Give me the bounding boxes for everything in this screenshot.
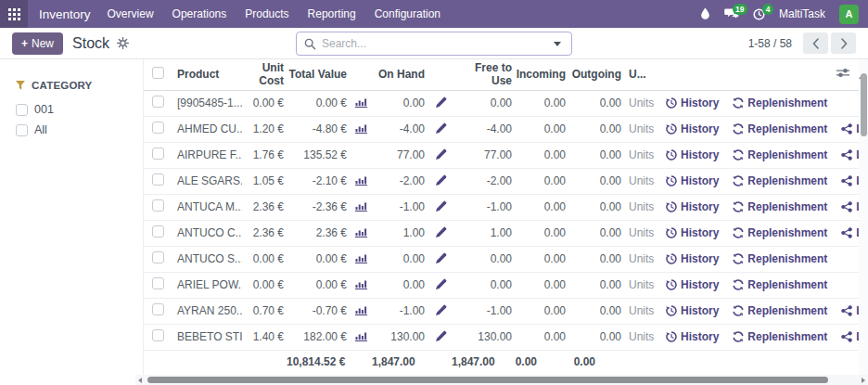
history-button[interactable]: History: [666, 200, 719, 213]
history-button[interactable]: History: [666, 304, 719, 317]
edit-quantity-pencil-icon[interactable]: [436, 330, 447, 341]
row-checkbox[interactable]: [152, 148, 164, 160]
product-name[interactable]: ANTUCO S...: [172, 246, 242, 272]
vertical-scroll-thumb[interactable]: [861, 73, 867, 136]
table-row[interactable]: AYRAN 250... 0.70 € -0.70 € -1.00 -1.00 …: [144, 298, 859, 324]
product-name[interactable]: BEBETO STI...: [172, 324, 242, 350]
locations-button[interactable]: Locations: [841, 148, 859, 161]
valuation-chart-icon[interactable]: [355, 252, 367, 263]
header-uom[interactable]: U...: [624, 59, 654, 90]
optional-columns-icon[interactable]: [836, 68, 849, 78]
product-name[interactable]: [9905485-1...: [172, 90, 242, 116]
gear-icon[interactable]: [117, 37, 129, 49]
valuation-chart-icon[interactable]: [355, 330, 367, 341]
horizontal-scrollbar[interactable]: [135, 375, 868, 385]
replenishment-button[interactable]: Replenishment: [733, 330, 827, 343]
replenishment-button[interactable]: Replenishment: [733, 226, 827, 239]
category-checkbox[interactable]: [16, 124, 28, 136]
menu-item-operations[interactable]: Operations: [163, 0, 236, 28]
replenishment-button[interactable]: Replenishment: [733, 200, 827, 213]
table-row[interactable]: ANTUCA M... 2.36 € -2.36 € -1.00 -1.00 0…: [144, 194, 859, 220]
row-checkbox[interactable]: [152, 303, 164, 315]
history-button[interactable]: History: [666, 174, 719, 187]
header-total-value[interactable]: Total Value: [287, 59, 372, 90]
table-row[interactable]: BEBETO STI... 1.40 € 182.00 € 130.00 130…: [144, 324, 859, 350]
edit-quantity-pencil-icon[interactable]: [436, 96, 447, 108]
table-row[interactable]: [9905485-1... 0.00 € 0.00 € 0.00 0.00 0.…: [144, 90, 859, 116]
history-button[interactable]: History: [666, 330, 719, 343]
header-free-to-use[interactable]: Free to Use: [452, 59, 515, 90]
droplet-icon[interactable]: [700, 7, 710, 20]
table-row[interactable]: AHMED CU... 1.20 € -4.80 € -4.00 -4.00 0…: [144, 116, 859, 142]
menu-item-configuration[interactable]: Configuration: [365, 0, 450, 28]
history-button[interactable]: History: [666, 148, 719, 161]
product-name[interactable]: AHMED CU...: [172, 116, 242, 142]
product-name[interactable]: ANTUCA M...: [172, 194, 242, 220]
edit-quantity-pencil-icon[interactable]: [436, 200, 447, 212]
edit-quantity-pencil-icon[interactable]: [436, 226, 447, 237]
valuation-chart-icon[interactable]: [355, 200, 367, 212]
table-row[interactable]: ARIEL POW... 0.00 € 0.00 € 0.00 0.00 0.0…: [144, 272, 859, 298]
row-checkbox[interactable]: [152, 199, 164, 212]
product-name[interactable]: AIRPURE F...: [172, 142, 242, 168]
row-checkbox[interactable]: [152, 122, 164, 134]
replenishment-button[interactable]: Replenishment: [733, 96, 827, 109]
product-name[interactable]: AYRAN 250...: [172, 298, 242, 324]
sidebar-item-all[interactable]: All: [16, 123, 143, 136]
valuation-chart-icon[interactable]: [355, 174, 367, 186]
category-checkbox[interactable]: [16, 104, 28, 116]
search-dropdown-toggle[interactable]: [543, 32, 571, 55]
new-button[interactable]: + New: [12, 32, 63, 55]
activities-menu-button[interactable]: 4: [753, 8, 765, 20]
locations-button[interactable]: Locations: [841, 330, 859, 343]
pager-next-button[interactable]: [831, 32, 856, 54]
replenishment-button[interactable]: Replenishment: [733, 148, 827, 161]
messages-menu-button[interactable]: 19: [724, 8, 739, 20]
pager-previous-button[interactable]: [803, 32, 828, 54]
row-checkbox[interactable]: [152, 277, 164, 289]
app-name[interactable]: Inventory: [39, 7, 91, 21]
valuation-chart-icon[interactable]: [355, 278, 367, 289]
row-checkbox[interactable]: [152, 251, 164, 263]
locations-button[interactable]: Locations: [841, 174, 859, 187]
edit-quantity-pencil-icon[interactable]: [436, 148, 447, 160]
locations-button[interactable]: Locations: [841, 200, 859, 213]
header-unit-cost[interactable]: Unit Cost: [242, 59, 287, 90]
table-row[interactable]: ANTUCO S... 0.00 € 0.00 € 0.00 0.00 0.00…: [144, 246, 859, 272]
edit-quantity-pencil-icon[interactable]: [436, 278, 447, 289]
history-button[interactable]: History: [666, 96, 719, 109]
select-all-checkbox[interactable]: [152, 67, 164, 79]
product-name[interactable]: ALE SGARS...: [172, 168, 242, 194]
header-on-hand[interactable]: On Hand: [372, 59, 452, 90]
locations-button[interactable]: Locations: [841, 122, 859, 135]
header-outgoing[interactable]: Outgoing: [568, 59, 624, 90]
replenishment-button[interactable]: Replenishment: [733, 252, 827, 265]
edit-quantity-pencil-icon[interactable]: [436, 252, 447, 263]
history-button[interactable]: History: [666, 278, 719, 291]
replenishment-button[interactable]: Replenishment: [733, 304, 827, 317]
replenishment-button[interactable]: Replenishment: [733, 122, 827, 135]
row-checkbox[interactable]: [152, 225, 164, 237]
table-row[interactable]: AIRPURE F... 1.76 € 135.52 € 77.00 77.00…: [144, 142, 859, 168]
locations-button[interactable]: Locations: [841, 226, 859, 239]
scroll-left-arrow-icon[interactable]: [138, 378, 142, 383]
search-input[interactable]: [322, 37, 543, 50]
row-checkbox[interactable]: [152, 329, 164, 341]
history-button[interactable]: History: [666, 226, 719, 239]
header-incoming[interactable]: Incoming: [515, 59, 568, 90]
row-checkbox[interactable]: [152, 96, 164, 108]
menu-item-products[interactable]: Products: [236, 0, 298, 28]
locations-button[interactable]: Locations: [841, 304, 859, 317]
scroll-right-arrow-icon[interactable]: [862, 378, 865, 383]
history-button[interactable]: History: [666, 252, 719, 265]
valuation-chart-icon[interactable]: [355, 304, 367, 315]
vertical-scrollbar[interactable]: [859, 59, 868, 375]
table-row[interactable]: ALE SGARS... 1.05 € -2.10 € -2.00 -2.00 …: [144, 168, 859, 194]
valuation-chart-icon[interactable]: [355, 122, 367, 134]
row-checkbox[interactable]: [152, 173, 164, 186]
replenishment-button[interactable]: Replenishment: [733, 174, 827, 187]
table-row[interactable]: ANTUCO C... 2.36 € 2.36 € 1.00 1.00 0.00…: [144, 220, 859, 246]
edit-quantity-pencil-icon[interactable]: [436, 174, 447, 186]
history-button[interactable]: History: [666, 122, 719, 135]
edit-quantity-pencil-icon[interactable]: [436, 304, 447, 315]
